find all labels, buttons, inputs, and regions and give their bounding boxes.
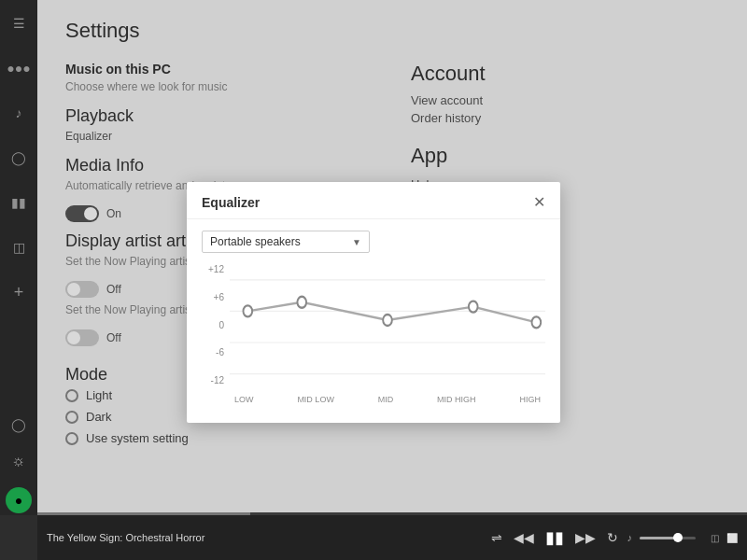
player-right: ♪ ◫ ⬜ <box>627 532 739 543</box>
eq-label-high: HIGH <box>519 395 541 404</box>
view-icon[interactable]: ◫ <box>711 533 719 543</box>
eq-y-label-6m: -6 <box>216 347 224 357</box>
eq-handle-midhigh <box>469 301 478 313</box>
eq-handle-mid <box>383 315 392 326</box>
eq-x-labels: LOW MID LOW MID MID HIGH HIGH <box>230 395 545 404</box>
volume-fill <box>640 537 677 539</box>
eq-y-label-12p: +12 <box>208 264 224 274</box>
modal-body: Portable speakers ▼ +12 +6 0 -6 -12 <box>187 219 560 423</box>
eq-y-label-0: 0 <box>218 320 224 330</box>
volume-icon: ♪ <box>627 532 633 543</box>
prev-button[interactable]: ◀◀ <box>514 530 534 545</box>
next-button[interactable]: ▶▶ <box>575 530 596 545</box>
eq-preset-value: Portable speakers <box>210 235 301 248</box>
player-track: The Yellow Sign: Orchestral Horror <box>47 532 482 543</box>
close-icon[interactable]: ✕ <box>533 193 545 211</box>
player-bar: The Yellow Sign: Orchestral Horror ⇌ ◀◀ … <box>0 515 747 560</box>
eq-svg <box>230 264 545 387</box>
volume-knob <box>673 533 683 542</box>
eq-y-labels: +12 +6 0 -6 -12 <box>202 264 228 385</box>
modal-overlay: Equalizer ✕ Portable speakers ▼ +12 +6 0… <box>0 0 747 515</box>
eq-label-low: LOW <box>234 395 254 404</box>
eq-label-mid: MID <box>378 395 394 404</box>
eq-handle-high <box>532 316 542 328</box>
play-pause-button[interactable]: ▮▮ <box>545 527 564 548</box>
fullscreen-icon[interactable]: ⬜ <box>726 533 738 543</box>
modal-title: Equalizer <box>202 195 260 210</box>
repeat-button[interactable]: ↻ <box>607 530 618 545</box>
eq-handle-low <box>243 305 252 316</box>
equalizer-modal: Equalizer ✕ Portable speakers ▼ +12 +6 0… <box>187 182 560 423</box>
shuffle-button[interactable]: ⇌ <box>491 530 502 545</box>
eq-handle-midlow <box>297 297 306 308</box>
chevron-down-icon: ▼ <box>352 237 361 247</box>
eq-chart: +12 +6 0 -6 -12 <box>202 264 545 404</box>
eq-y-label-12m: -12 <box>211 375 224 385</box>
eq-label-midlow: MID LOW <box>297 395 334 404</box>
modal-header: Equalizer ✕ <box>187 182 560 219</box>
player-controls: ⇌ ◀◀ ▮▮ ▶▶ ↻ <box>491 527 618 548</box>
eq-label-midhigh: MID HIGH <box>437 395 476 404</box>
eq-preset-select[interactable]: Portable speakers ▼ <box>202 231 370 253</box>
eq-y-label-6p: +6 <box>214 292 224 302</box>
volume-slider[interactable] <box>640 537 696 539</box>
